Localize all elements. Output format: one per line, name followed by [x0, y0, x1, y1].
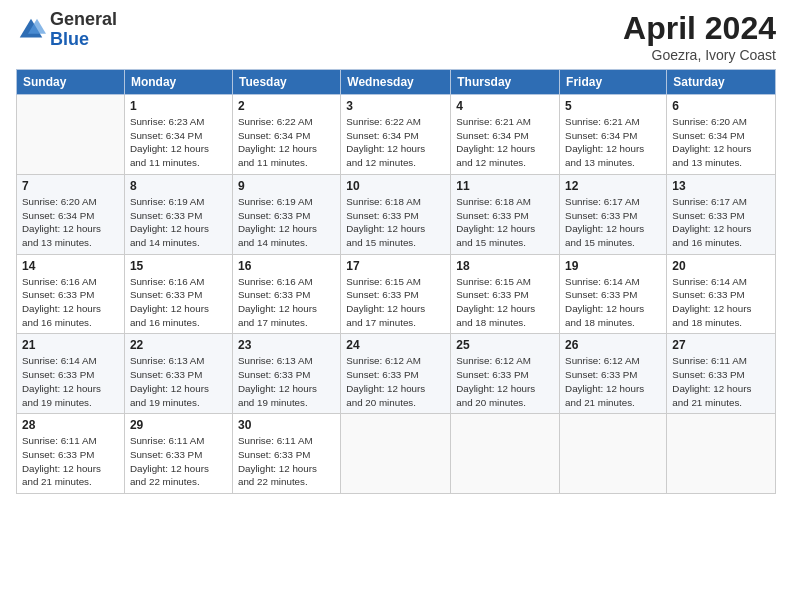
day-number: 14 [22, 259, 119, 273]
day-number: 21 [22, 338, 119, 352]
day-cell: 7Sunrise: 6:20 AMSunset: 6:34 PMDaylight… [17, 174, 125, 254]
col-monday: Monday [124, 70, 232, 95]
day-info: Sunrise: 6:23 AMSunset: 6:34 PMDaylight:… [130, 115, 227, 170]
day-info: Sunrise: 6:11 AMSunset: 6:33 PMDaylight:… [22, 434, 119, 489]
logo: General Blue [16, 10, 117, 50]
day-info: Sunrise: 6:12 AMSunset: 6:33 PMDaylight:… [456, 354, 554, 409]
col-thursday: Thursday [451, 70, 560, 95]
calendar-title: April 2024 [623, 10, 776, 47]
day-cell: 19Sunrise: 6:14 AMSunset: 6:33 PMDayligh… [560, 254, 667, 334]
day-number: 18 [456, 259, 554, 273]
day-number: 24 [346, 338, 445, 352]
day-number: 3 [346, 99, 445, 113]
day-cell: 21Sunrise: 6:14 AMSunset: 6:33 PMDayligh… [17, 334, 125, 414]
day-cell [560, 414, 667, 494]
day-info: Sunrise: 6:17 AMSunset: 6:33 PMDaylight:… [565, 195, 661, 250]
day-number: 28 [22, 418, 119, 432]
day-number: 10 [346, 179, 445, 193]
day-cell: 6Sunrise: 6:20 AMSunset: 6:34 PMDaylight… [667, 95, 776, 175]
day-number: 15 [130, 259, 227, 273]
day-number: 20 [672, 259, 770, 273]
day-cell: 24Sunrise: 6:12 AMSunset: 6:33 PMDayligh… [341, 334, 451, 414]
day-cell [341, 414, 451, 494]
day-cell [451, 414, 560, 494]
day-info: Sunrise: 6:22 AMSunset: 6:34 PMDaylight:… [238, 115, 335, 170]
day-cell [17, 95, 125, 175]
day-info: Sunrise: 6:18 AMSunset: 6:33 PMDaylight:… [456, 195, 554, 250]
day-info: Sunrise: 6:13 AMSunset: 6:33 PMDaylight:… [238, 354, 335, 409]
col-friday: Friday [560, 70, 667, 95]
logo-text: General Blue [50, 10, 117, 50]
day-cell: 17Sunrise: 6:15 AMSunset: 6:33 PMDayligh… [341, 254, 451, 334]
day-cell: 26Sunrise: 6:12 AMSunset: 6:33 PMDayligh… [560, 334, 667, 414]
day-number: 19 [565, 259, 661, 273]
day-cell [667, 414, 776, 494]
day-info: Sunrise: 6:14 AMSunset: 6:33 PMDaylight:… [22, 354, 119, 409]
day-number: 5 [565, 99, 661, 113]
week-row-5: 28Sunrise: 6:11 AMSunset: 6:33 PMDayligh… [17, 414, 776, 494]
day-number: 22 [130, 338, 227, 352]
day-cell: 30Sunrise: 6:11 AMSunset: 6:33 PMDayligh… [232, 414, 340, 494]
logo-icon [16, 15, 46, 45]
day-cell: 18Sunrise: 6:15 AMSunset: 6:33 PMDayligh… [451, 254, 560, 334]
col-saturday: Saturday [667, 70, 776, 95]
day-info: Sunrise: 6:17 AMSunset: 6:33 PMDaylight:… [672, 195, 770, 250]
day-cell: 2Sunrise: 6:22 AMSunset: 6:34 PMDaylight… [232, 95, 340, 175]
calendar-body: 1Sunrise: 6:23 AMSunset: 6:34 PMDaylight… [17, 95, 776, 494]
day-info: Sunrise: 6:16 AMSunset: 6:33 PMDaylight:… [130, 275, 227, 330]
week-row-4: 21Sunrise: 6:14 AMSunset: 6:33 PMDayligh… [17, 334, 776, 414]
day-info: Sunrise: 6:20 AMSunset: 6:34 PMDaylight:… [672, 115, 770, 170]
logo-general: General [50, 10, 117, 30]
day-info: Sunrise: 6:22 AMSunset: 6:34 PMDaylight:… [346, 115, 445, 170]
day-cell: 13Sunrise: 6:17 AMSunset: 6:33 PMDayligh… [667, 174, 776, 254]
day-info: Sunrise: 6:19 AMSunset: 6:33 PMDaylight:… [238, 195, 335, 250]
day-number: 30 [238, 418, 335, 432]
day-cell: 9Sunrise: 6:19 AMSunset: 6:33 PMDaylight… [232, 174, 340, 254]
day-number: 27 [672, 338, 770, 352]
day-info: Sunrise: 6:11 AMSunset: 6:33 PMDaylight:… [238, 434, 335, 489]
day-info: Sunrise: 6:14 AMSunset: 6:33 PMDaylight:… [672, 275, 770, 330]
day-cell: 11Sunrise: 6:18 AMSunset: 6:33 PMDayligh… [451, 174, 560, 254]
day-info: Sunrise: 6:19 AMSunset: 6:33 PMDaylight:… [130, 195, 227, 250]
header: General Blue April 2024 Goezra, Ivory Co… [16, 10, 776, 63]
calendar-header: Sunday Monday Tuesday Wednesday Thursday… [17, 70, 776, 95]
day-cell: 14Sunrise: 6:16 AMSunset: 6:33 PMDayligh… [17, 254, 125, 334]
day-cell: 4Sunrise: 6:21 AMSunset: 6:34 PMDaylight… [451, 95, 560, 175]
day-cell: 20Sunrise: 6:14 AMSunset: 6:33 PMDayligh… [667, 254, 776, 334]
day-info: Sunrise: 6:16 AMSunset: 6:33 PMDaylight:… [22, 275, 119, 330]
day-info: Sunrise: 6:15 AMSunset: 6:33 PMDaylight:… [456, 275, 554, 330]
day-info: Sunrise: 6:12 AMSunset: 6:33 PMDaylight:… [565, 354, 661, 409]
calendar-table: Sunday Monday Tuesday Wednesday Thursday… [16, 69, 776, 494]
week-row-2: 7Sunrise: 6:20 AMSunset: 6:34 PMDaylight… [17, 174, 776, 254]
day-cell: 27Sunrise: 6:11 AMSunset: 6:33 PMDayligh… [667, 334, 776, 414]
day-number: 2 [238, 99, 335, 113]
day-number: 12 [565, 179, 661, 193]
day-cell: 3Sunrise: 6:22 AMSunset: 6:34 PMDaylight… [341, 95, 451, 175]
day-info: Sunrise: 6:16 AMSunset: 6:33 PMDaylight:… [238, 275, 335, 330]
title-block: April 2024 Goezra, Ivory Coast [623, 10, 776, 63]
day-cell: 16Sunrise: 6:16 AMSunset: 6:33 PMDayligh… [232, 254, 340, 334]
col-sunday: Sunday [17, 70, 125, 95]
header-row: Sunday Monday Tuesday Wednesday Thursday… [17, 70, 776, 95]
week-row-1: 1Sunrise: 6:23 AMSunset: 6:34 PMDaylight… [17, 95, 776, 175]
day-cell: 25Sunrise: 6:12 AMSunset: 6:33 PMDayligh… [451, 334, 560, 414]
day-number: 6 [672, 99, 770, 113]
day-info: Sunrise: 6:20 AMSunset: 6:34 PMDaylight:… [22, 195, 119, 250]
day-number: 9 [238, 179, 335, 193]
day-number: 11 [456, 179, 554, 193]
day-number: 13 [672, 179, 770, 193]
day-number: 23 [238, 338, 335, 352]
day-cell: 1Sunrise: 6:23 AMSunset: 6:34 PMDaylight… [124, 95, 232, 175]
day-info: Sunrise: 6:11 AMSunset: 6:33 PMDaylight:… [130, 434, 227, 489]
day-info: Sunrise: 6:12 AMSunset: 6:33 PMDaylight:… [346, 354, 445, 409]
day-number: 25 [456, 338, 554, 352]
col-tuesday: Tuesday [232, 70, 340, 95]
day-number: 4 [456, 99, 554, 113]
day-number: 8 [130, 179, 227, 193]
day-cell: 23Sunrise: 6:13 AMSunset: 6:33 PMDayligh… [232, 334, 340, 414]
day-cell: 10Sunrise: 6:18 AMSunset: 6:33 PMDayligh… [341, 174, 451, 254]
day-number: 29 [130, 418, 227, 432]
logo-blue: Blue [50, 30, 117, 50]
day-info: Sunrise: 6:21 AMSunset: 6:34 PMDaylight:… [456, 115, 554, 170]
day-cell: 22Sunrise: 6:13 AMSunset: 6:33 PMDayligh… [124, 334, 232, 414]
